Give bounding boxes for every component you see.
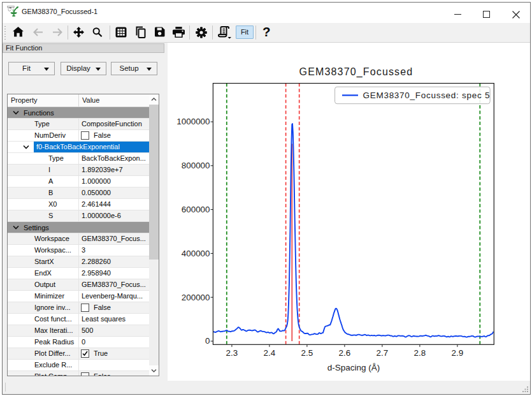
- svg-text:0: 0: [205, 336, 210, 346]
- svg-text:GEM38370_Focussed: GEM38370_Focussed: [299, 66, 413, 78]
- svg-text:800000: 800000: [182, 161, 210, 170]
- svg-text:GEM38370_Focussed: spec 5: GEM38370_Focussed: spec 5: [363, 91, 491, 100]
- svg-text:1000000: 1000000: [176, 117, 210, 126]
- svg-text:2.4: 2.4: [264, 348, 276, 358]
- svg-text:600000: 600000: [182, 205, 210, 214]
- svg-text:2.6: 2.6: [339, 348, 351, 358]
- svg-text:200000: 200000: [182, 293, 210, 302]
- svg-text:2.5: 2.5: [301, 348, 313, 358]
- svg-text:2.9: 2.9: [452, 348, 464, 358]
- svg-text:2.3: 2.3: [226, 348, 238, 358]
- svg-text:d-Spacing (Å): d-Spacing (Å): [327, 363, 380, 372]
- svg-text:2.7: 2.7: [377, 348, 389, 358]
- svg-text:2.8: 2.8: [414, 348, 426, 358]
- svg-text:400000: 400000: [182, 249, 210, 258]
